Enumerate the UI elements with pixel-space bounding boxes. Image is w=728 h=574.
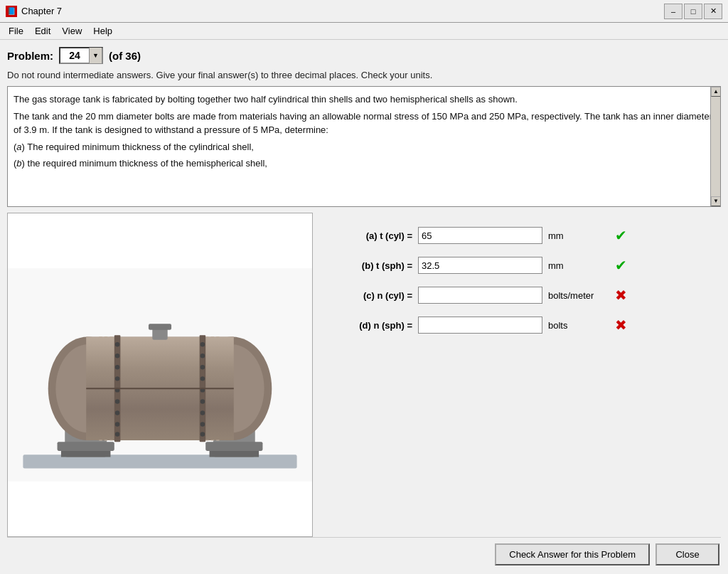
scroll-up-button[interactable]: ▲ [711,87,721,97]
svg-point-22 [115,410,119,415]
tank-illustration [8,213,312,536]
bottom-section: (a) t (cyl) = mm ✔ (b) t (sph) = mm ✔ (c… [7,213,721,537]
menu-bar: File Edit View Help [0,23,728,40]
svg-point-21 [115,399,119,403]
answer-input-b[interactable] [418,257,542,274]
problem-text-line-1: The gas storage tank is fabricated by bo… [14,92,714,107]
svg-rect-3 [58,442,114,451]
problem-header: Problem: ▼ (of 36) [7,47,721,64]
instruction-text: Do not round intermediate answers. Give … [7,70,721,80]
svg-point-25 [200,342,205,346]
menu-help[interactable]: Help [87,24,118,38]
answer-input-d[interactable] [418,317,542,334]
answer-icon-b: ✔ [611,257,631,274]
problem-dropdown-button[interactable]: ▼ [89,48,102,63]
menu-file[interactable]: File [3,24,29,38]
answer-unit-d: bolts [548,320,605,331]
svg-point-27 [200,365,205,369]
answer-row-b: (b) t (sph) = mm ✔ [327,257,714,274]
window-controls: – □ ✕ [664,4,722,19]
text-scrollbar[interactable]: ▲ ▼ [710,87,720,206]
svg-point-18 [115,365,119,369]
answer-input-a[interactable] [418,227,542,244]
problem-text-line-3: (a) The required minimum thickness of th… [14,140,714,154]
maximize-button[interactable]: □ [684,4,702,19]
svg-point-16 [115,342,119,346]
answer-icon-c: ✖ [611,287,631,304]
problem-number-input[interactable] [60,50,89,61]
problem-text-line-2: The tank and the 20 mm diameter bolts ar… [14,110,714,137]
minimize-button[interactable]: – [664,4,682,19]
svg-point-28 [200,376,205,381]
answer-unit-c: bolts/meter [548,290,605,301]
svg-point-30 [200,399,205,403]
problem-text-line-4: (b) the required minimum thickness of th… [14,156,714,171]
svg-rect-6 [205,442,262,451]
answer-label-b: (b) t (sph) = [327,260,412,271]
answer-icon-d: ✖ [611,317,631,334]
svg-point-24 [115,432,119,436]
svg-point-17 [115,354,119,358]
svg-point-26 [200,354,205,358]
svg-point-33 [200,432,205,436]
svg-point-19 [115,376,119,381]
close-window-button[interactable]: ✕ [704,4,722,19]
menu-view[interactable]: View [56,24,87,38]
svg-rect-4 [61,451,111,457]
title-bar: 📘 Chapter 7 – □ ✕ [0,0,728,23]
problem-label: Problem: [7,50,53,62]
answer-unit-b: mm [548,260,605,271]
answer-row-d: (d) n (sph) = bolts ✖ [327,317,714,334]
svg-point-32 [200,422,205,426]
problem-selector[interactable]: ▼ [59,47,103,64]
answer-label-c: (c) n (cyl) = [327,290,412,301]
check-answer-button[interactable]: Check Answer for this Problem [495,543,650,565]
answer-unit-a: mm [548,230,605,241]
svg-point-23 [115,422,119,426]
svg-point-31 [200,410,205,415]
scroll-down-button[interactable]: ▼ [711,196,721,206]
problem-text-area[interactable]: The gas storage tank is fabricated by bo… [7,86,721,207]
close-button[interactable]: Close [655,543,719,565]
answer-icon-a: ✔ [611,227,631,244]
window-content: Problem: ▼ (of 36) Do not round intermed… [0,40,728,574]
window-title: Chapter 7 [21,6,664,16]
footer: Check Answer for this Problem Close [7,537,721,567]
answer-label-d: (d) n (sph) = [327,320,412,331]
answer-row-c: (c) n (cyl) = bolts/meter ✖ [327,287,714,304]
svg-rect-35 [149,324,171,330]
svg-rect-7 [210,451,259,457]
answer-label-a: (a) t (cyl) = [327,230,412,241]
answer-row-a: (a) t (cyl) = mm ✔ [327,227,714,244]
answer-input-c[interactable] [418,287,542,304]
app-icon: 📘 [6,6,17,17]
tank-image-area [7,213,313,537]
menu-edit[interactable]: Edit [29,24,56,38]
scroll-track[interactable] [711,97,720,196]
answer-area: (a) t (cyl) = mm ✔ (b) t (sph) = mm ✔ (c… [320,213,721,537]
problem-of-label: (of 36) [109,50,141,62]
